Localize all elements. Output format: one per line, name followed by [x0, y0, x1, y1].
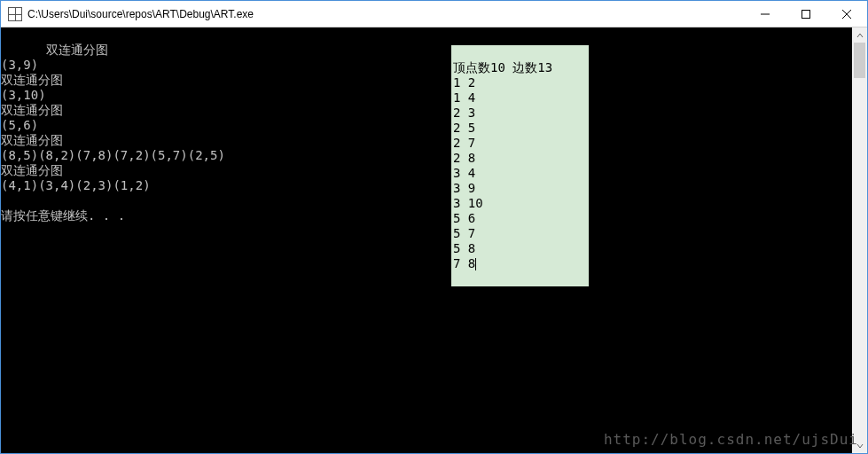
overlay-edge: 2 3 — [453, 106, 475, 120]
input-overlay: 顶点数10 边数13 1 2 1 4 2 3 2 5 2 7 2 8 3 4 3… — [451, 45, 589, 286]
scroll-up-button[interactable] — [852, 27, 867, 43]
console-line: (4,1)(3,4)(2,3)(1,2) — [1, 178, 151, 192]
overlay-edge: 1 2 — [453, 75, 475, 90]
close-button[interactable] — [826, 1, 867, 27]
app-window: C:\Users\Dui\source\repos\ART\Debug\ART.… — [0, 0, 868, 454]
window-controls — [745, 1, 867, 27]
window-title: C:\Users\Dui\source\repos\ART\Debug\ART.… — [27, 8, 745, 20]
console-line: 双连通分图 — [1, 73, 63, 87]
maximize-icon — [802, 10, 810, 19]
console-line: (5,6) — [1, 118, 38, 132]
console-client-area: 双连通分图 (3,9) 双连通分图 (3,10) 双连通分图 (5,6) 双连通… — [1, 27, 867, 453]
console-output: 双连通分图 (3,9) 双连通分图 (3,10) 双连通分图 (5,6) 双连通… — [1, 27, 225, 239]
scroll-thumb[interactable] — [854, 43, 865, 78]
overlay-edge: 5 7 — [453, 226, 475, 240]
overlay-edge: 7 8 — [453, 256, 475, 270]
chevron-up-icon — [856, 32, 864, 39]
maximize-button[interactable] — [786, 1, 826, 27]
scroll-track[interactable] — [852, 43, 867, 438]
overlay-edge: 1 4 — [453, 90, 475, 105]
overlay-edge: 2 5 — [453, 121, 475, 135]
overlay-edge: 2 8 — [453, 151, 475, 165]
console-line: (3,10) — [1, 88, 46, 102]
console-line: 双连通分图 — [1, 133, 63, 147]
console-line: 双连通分图 — [1, 103, 63, 117]
overlay-edge: 3 9 — [453, 181, 475, 195]
console-line: 双连通分图 — [46, 43, 108, 57]
text-caret — [475, 258, 476, 270]
svg-rect-1 — [802, 10, 810, 18]
chevron-down-icon — [856, 442, 864, 450]
console-line: (3,9) — [1, 58, 38, 72]
console-line: (8,5)(8,2)(7,8)(7,2)(5,7)(2,5) — [1, 148, 225, 162]
minimize-icon — [761, 10, 770, 19]
close-icon — [842, 10, 851, 19]
overlay-edge: 5 6 — [453, 211, 475, 225]
watermark-text: http://blog.csdn.net/ujsDui — [604, 431, 858, 448]
console-line: 请按任意键继续. . . — [1, 208, 125, 223]
overlay-header: 顶点数10 边数13 — [453, 60, 552, 74]
minimize-button[interactable] — [745, 1, 786, 27]
overlay-edge: 3 10 — [453, 196, 483, 210]
overlay-edge: 3 4 — [453, 166, 475, 180]
overlay-edge: 2 7 — [453, 136, 475, 150]
app-icon — [8, 7, 22, 21]
scroll-down-button[interactable] — [852, 438, 867, 453]
console-line: 双连通分图 — [1, 163, 63, 177]
overlay-edge: 5 8 — [453, 241, 475, 255]
vertical-scrollbar[interactable] — [852, 27, 867, 453]
titlebar: C:\Users\Dui\source\repos\ART\Debug\ART.… — [1, 1, 867, 27]
